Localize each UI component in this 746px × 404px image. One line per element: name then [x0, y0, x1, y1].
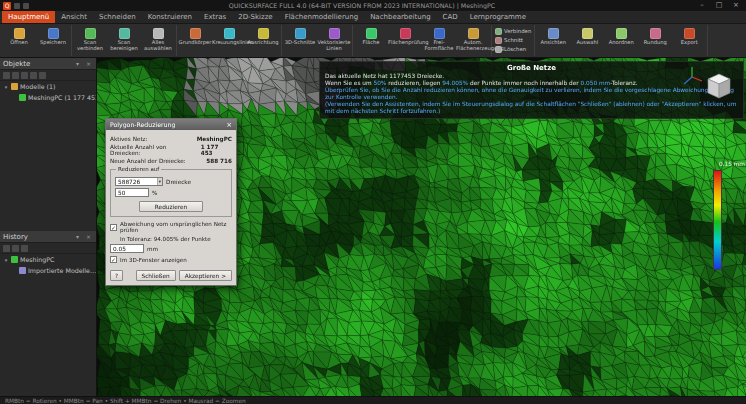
- expand-arrow-icon[interactable]: ▾: [3, 257, 9, 263]
- tab-flächenmodellierung[interactable]: Flächenmodellierung: [279, 11, 364, 23]
- tree-item-meshingpc-1-177-453[interactable]: MeshingPC (1 177 453): [0, 92, 96, 103]
- ribbon-button-flächenprüfung[interactable]: Flächenprüfung: [388, 25, 422, 56]
- panel-menu-icon[interactable]: ▾: [73, 233, 82, 240]
- tree-item-meshingpc[interactable]: ▾MeshingPC: [0, 254, 96, 265]
- maximize-button[interactable]: □: [712, 0, 726, 11]
- 3d-viewport[interactable]: Große Netze Das aktuelle Netz hat 117745…: [97, 58, 746, 396]
- collapse-all-icon[interactable]: [21, 72, 28, 79]
- triangle-count-dropdown[interactable]: 588726 ▾: [115, 177, 163, 186]
- ribbon-button-verbinden[interactable]: Verbinden: [495, 28, 531, 35]
- ribbon-button-alles-auswählen[interactable]: Alles auswählen: [141, 25, 175, 56]
- ribbon-button-anordnen[interactable]: Anordnen: [604, 25, 638, 56]
- history-tree: ▾MeshingPCImportierte Modelle…: [0, 254, 96, 396]
- select-all-icon: [153, 28, 164, 39]
- ribbon-button-label: 3D-Schnitte: [285, 40, 316, 46]
- ribbon-button-frei-formfläche[interactable]: Frei-Formfläche: [422, 25, 456, 56]
- tab-schneiden[interactable]: Schneiden: [93, 11, 142, 23]
- tree-item-label: Importierte Modelle…: [28, 267, 96, 274]
- history-panel-toolbar: [0, 243, 96, 254]
- tab-ansicht[interactable]: Ansicht: [55, 11, 93, 23]
- ribbon-button-grundkörper[interactable]: Grundkörper: [178, 25, 212, 56]
- ribbon-group: VerbindenSchnittLöschen: [492, 25, 535, 56]
- reduce-button[interactable]: Reduzieren: [139, 201, 203, 212]
- ribbon-button-löschen[interactable]: Löschen: [495, 46, 531, 53]
- ribbon-button-speichern[interactable]: Speichern: [36, 25, 70, 56]
- expand-all-icon[interactable]: [12, 72, 19, 79]
- tab-extras[interactable]: Extras: [198, 11, 232, 23]
- tree-item-importierte-modelle[interactable]: Importierte Modelle…: [0, 265, 96, 276]
- ribbon-button-export[interactable]: Export: [672, 25, 706, 56]
- tab-konstruieren[interactable]: Konstruieren: [142, 11, 198, 23]
- tab-bar: HauptmenüAnsichtSchneidenKonstruierenExt…: [0, 11, 746, 24]
- filter-icon[interactable]: [3, 72, 10, 79]
- dialog-close-icon[interactable]: ×: [226, 120, 232, 130]
- show-3d-check-row[interactable]: ✓ Im 3D-Fenster anzeigen: [110, 256, 232, 263]
- ribbon-button-label: Auswahl: [576, 40, 598, 46]
- deviation-check-row[interactable]: ✓ Abweichung vom ursprünglichen Netz prü…: [110, 221, 232, 233]
- ribbon-button-scan-verbinden[interactable]: Scan verbinden: [73, 25, 107, 56]
- tree-item-modelle-1[interactable]: ▾Modelle (1): [0, 81, 96, 92]
- tab-nachbearbeitung[interactable]: Nachbearbeitung: [364, 11, 436, 23]
- tab-cad[interactable]: CAD: [437, 11, 464, 23]
- tab-lernprogramme[interactable]: Lernprogramme: [464, 11, 532, 23]
- checkbox-checked-icon[interactable]: ✓: [110, 224, 117, 231]
- checkbox-checked-icon[interactable]: ✓: [110, 256, 117, 263]
- percent-input[interactable]: [115, 188, 149, 197]
- clear-history-icon[interactable]: [21, 245, 28, 252]
- ribbon-button-label: Scan verbinden: [73, 40, 107, 52]
- tolerance-input[interactable]: [110, 244, 144, 253]
- ribbon-button-vektorisierte-linien[interactable]: Vektorisierte Linien: [317, 25, 351, 56]
- ribbon-button-scan-bereinigen[interactable]: Scan bereinigen: [107, 25, 141, 56]
- skip-button[interactable]: Schließen: [136, 270, 176, 281]
- panel-close-icon[interactable]: ×: [84, 60, 93, 67]
- undo-icon[interactable]: [3, 245, 10, 252]
- ribbon-button-3d-schnitte[interactable]: 3D-Schnitte: [283, 25, 317, 56]
- chevron-down-icon[interactable]: ▾: [157, 178, 162, 185]
- expand-arrow-icon[interactable]: ▾: [3, 84, 9, 90]
- ribbon-button-ansichten[interactable]: Ansichten: [536, 25, 570, 56]
- settings-icon[interactable]: [39, 72, 46, 79]
- help-button[interactable]: ?: [110, 270, 123, 281]
- ribbon: ÖffnenSpeichernScan verbindenScan berein…: [0, 24, 746, 58]
- overlay-line: Das aktuelle Netz hat 1177453 Dreiecke.: [325, 73, 738, 80]
- objects-panel-toolbar: [0, 70, 96, 81]
- history-panel-title: History: [3, 233, 28, 241]
- tab-hauptmenü[interactable]: Hauptmenü: [2, 11, 55, 23]
- model-icon: [19, 267, 26, 274]
- ribbon-button-ausrichtung[interactable]: Ausrichtung: [246, 25, 280, 56]
- view-cube[interactable]: [702, 70, 736, 104]
- dialog-title-bar[interactable]: Polygon-Reduzierung ×: [106, 119, 236, 130]
- triangle-count-value: 588726: [118, 179, 140, 185]
- ribbon-button-auswahl[interactable]: Auswahl: [570, 25, 604, 56]
- ribbon-group: Scan verbindenScan bereinigenAlles auswä…: [72, 25, 177, 56]
- tree-item-label: MeshingPC (1 177 453): [28, 94, 96, 101]
- panel-menu-icon[interactable]: ▾: [73, 60, 82, 67]
- quick-access-icon[interactable]: [23, 3, 29, 9]
- surface-check-icon: [400, 28, 411, 39]
- show-hide-icon[interactable]: [30, 72, 37, 79]
- tab-2d-skizze[interactable]: 2D-Skizze: [232, 11, 278, 23]
- overlay-text-segment: reduzieren, liegen: [386, 80, 442, 86]
- minimize-button[interactable]: –: [695, 0, 709, 11]
- ribbon-button-label: Verbinden: [504, 29, 531, 35]
- ribbon-button-öffnen[interactable]: Öffnen: [2, 25, 36, 56]
- freeform-surface-icon: [434, 28, 445, 39]
- ribbon-button-label: Vektorisierte Linien: [317, 40, 351, 52]
- new-triangles-value: 588 716: [206, 158, 232, 164]
- vector-lines-icon: [329, 28, 340, 39]
- close-button[interactable]: ×: [729, 0, 743, 11]
- merge-icon: [495, 28, 502, 35]
- ribbon-button-rundung[interactable]: Rundung: [638, 25, 672, 56]
- redo-icon[interactable]: [12, 245, 19, 252]
- ribbon-button-label: Autom. Flächenerzeugung: [456, 40, 490, 52]
- overlay-line: Überprüfen Sie, ob Sie die Anzahl reduzi…: [325, 87, 738, 101]
- ribbon-button-fläche[interactable]: Fläche: [354, 25, 388, 56]
- ribbon-button-autom-flächenerzeugung[interactable]: Autom. Flächenerzeugung: [456, 25, 490, 56]
- ribbon-button-label: Export: [681, 40, 698, 46]
- accept-button[interactable]: Akzeptieren >: [179, 270, 232, 281]
- ribbon-button-schnitt[interactable]: Schnitt: [495, 37, 531, 44]
- main-area: Objekte ▾ × ▾Modelle (1)MeshingPC (1 177…: [0, 58, 746, 396]
- quick-access-icon[interactable]: [14, 3, 20, 9]
- ribbon-button-kreuzungslinien[interactable]: Kreuzungslinien: [212, 25, 246, 56]
- panel-close-icon[interactable]: ×: [84, 233, 93, 240]
